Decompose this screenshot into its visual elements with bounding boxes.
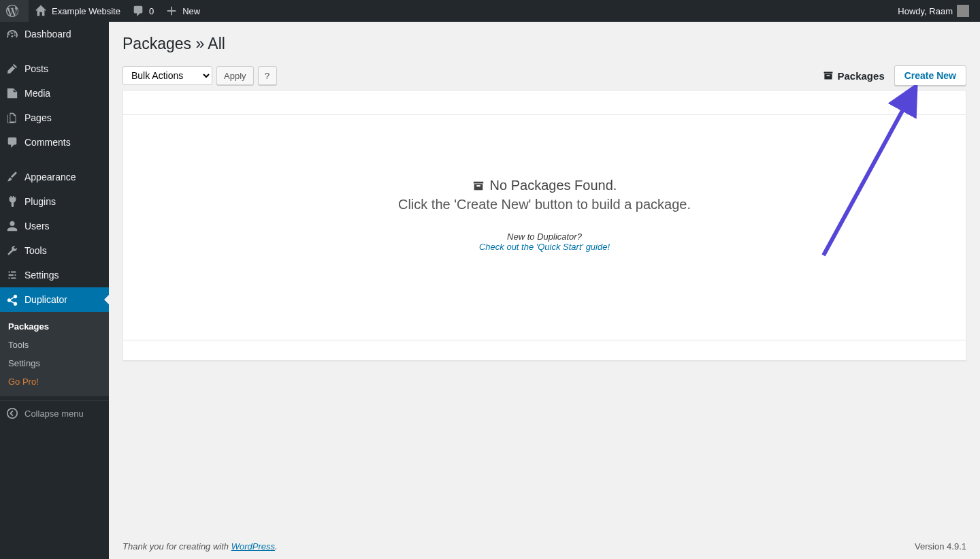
duplicator-submenu: Packages Tools Settings Go Pro! <box>0 312 109 396</box>
sidebar-item-label: Settings <box>24 270 59 281</box>
site-name-menu[interactable]: Example Website <box>29 0 126 22</box>
new-to-duplicator-text: New to Duplicator? <box>123 231 966 242</box>
wordpress-link[interactable]: WordPress <box>231 541 275 552</box>
sidebar-item-appearance[interactable]: Appearance <box>0 165 109 189</box>
avatar <box>957 5 969 17</box>
sliders-icon <box>5 268 19 282</box>
share-icon <box>5 293 19 306</box>
plus-icon <box>165 4 178 18</box>
sidebar-item-label: Users <box>24 221 50 231</box>
comment-icon <box>5 135 19 149</box>
collapse-icon <box>5 406 19 420</box>
comments-count: 0 <box>149 6 154 16</box>
table-nav: Bulk Actions Apply ? Packages Create New <box>122 65 966 86</box>
sidebar-item-label: Plugins <box>24 196 56 207</box>
sidebar-item-posts[interactable]: Posts <box>0 57 109 81</box>
sidebar-item-users[interactable]: Users <box>0 214 109 238</box>
sidebar-item-plugins[interactable]: Plugins <box>0 189 109 214</box>
sidebar-item-label: Dashboard <box>24 29 71 39</box>
panel-body: No Packages Found. Click the 'Create New… <box>123 115 966 340</box>
no-packages-heading: No Packages Found. <box>490 178 617 193</box>
sidebar-item-pages[interactable]: Pages <box>0 106 109 130</box>
submenu-item-gopro[interactable]: Go Pro! <box>0 372 109 391</box>
sidebar-item-comments[interactable]: Comments <box>0 130 109 155</box>
version-label: Version 4.9.1 <box>915 541 966 552</box>
comments-menu[interactable]: 0 <box>126 0 159 22</box>
sidebar-item-label: Media <box>24 88 50 99</box>
no-packages-subtext: Click the 'Create New' button to build a… <box>123 197 966 212</box>
wrench-icon <box>5 244 19 257</box>
admin-sidebar: Dashboard Posts Media Pages Comments App… <box>0 22 109 559</box>
brush-icon <box>5 170 19 184</box>
sidebar-item-media[interactable]: Media <box>0 81 109 106</box>
dashboard-icon <box>5 27 19 41</box>
apply-button[interactable]: Apply <box>216 66 254 85</box>
account-menu[interactable]: Howdy, Raam <box>892 0 975 22</box>
submenu-item-settings[interactable]: Settings <box>0 354 109 372</box>
archive-icon <box>823 70 834 81</box>
footer-thanks-pre: Thank you for creating with <box>122 541 231 552</box>
quick-start-link[interactable]: Check out the 'Quick Start' guide! <box>123 242 966 252</box>
archive-icon <box>472 180 485 192</box>
comment-icon <box>131 4 145 18</box>
media-icon <box>5 86 19 100</box>
sidebar-item-label: Appearance <box>24 172 76 182</box>
site-name-label: Example Website <box>52 6 120 16</box>
panel-footer <box>123 340 966 360</box>
pages-icon <box>5 111 19 125</box>
sidebar-item-tools[interactable]: Tools <box>0 238 109 263</box>
svg-point-0 <box>7 409 17 418</box>
help-button[interactable]: ? <box>258 66 277 85</box>
sidebar-item-duplicator[interactable]: Duplicator <box>0 287 109 312</box>
question-icon: ? <box>265 71 270 81</box>
wp-logo-menu[interactable] <box>0 0 29 22</box>
main-content: Packages » All Bulk Actions Apply ? Pack… <box>109 22 980 559</box>
collapse-label: Collapse menu <box>24 409 84 419</box>
collapse-menu[interactable]: Collapse menu <box>0 400 109 426</box>
create-new-button[interactable]: Create New <box>894 65 966 86</box>
submenu-item-tools[interactable]: Tools <box>0 336 109 354</box>
packages-panel: No Packages Found. Click the 'Create New… <box>122 90 966 361</box>
sidebar-item-label: Tools <box>24 245 47 256</box>
bulk-actions-select[interactable]: Bulk Actions <box>122 66 212 85</box>
new-content-menu[interactable]: New <box>159 0 206 22</box>
packages-tab[interactable]: Packages <box>823 70 885 82</box>
packages-tab-label: Packages <box>838 70 885 82</box>
plugin-icon <box>5 195 19 208</box>
home-icon <box>34 4 48 18</box>
sidebar-item-label: Comments <box>24 137 71 148</box>
sidebar-item-label: Duplicator <box>24 294 67 305</box>
wordpress-icon <box>5 4 19 18</box>
pushpin-icon <box>5 62 19 76</box>
sidebar-item-dashboard[interactable]: Dashboard <box>0 22 109 46</box>
page-title: Packages » All <box>122 29 966 56</box>
sidebar-item-settings[interactable]: Settings <box>0 263 109 287</box>
panel-header <box>123 91 966 115</box>
footer-thanks-post: . <box>275 541 278 552</box>
users-icon <box>5 219 19 233</box>
submenu-item-packages[interactable]: Packages <box>0 317 109 336</box>
admin-bar: Example Website 0 New Howdy, Raam <box>0 0 980 22</box>
footer: Thank you for creating with WordPress. V… <box>109 533 980 559</box>
sidebar-item-label: Posts <box>24 63 48 74</box>
new-label: New <box>182 6 200 16</box>
sidebar-item-label: Pages <box>24 112 52 123</box>
howdy-label: Howdy, Raam <box>898 6 953 16</box>
